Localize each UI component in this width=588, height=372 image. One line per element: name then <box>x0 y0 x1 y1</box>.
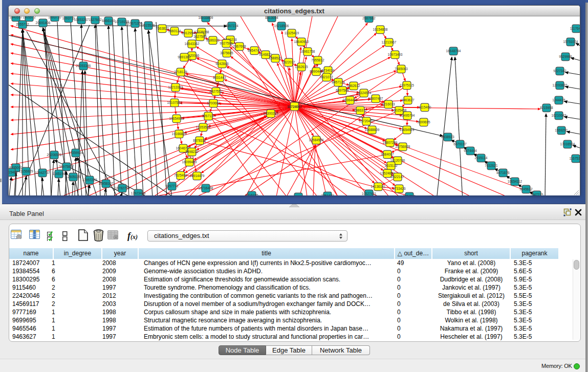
svg-text:8186323: 8186323 <box>206 38 220 42</box>
svg-text:3267110: 3267110 <box>202 114 215 118</box>
svg-text:9224511: 9224511 <box>403 194 416 195</box>
svg-text:14136141: 14136141 <box>371 185 386 188</box>
svg-text:20053346: 20053346 <box>76 64 91 68</box>
svg-text:16914479: 16914479 <box>190 174 205 178</box>
svg-text:9115460: 9115460 <box>419 105 431 109</box>
svg-text:7955812: 7955812 <box>311 58 324 62</box>
svg-text:8938923: 8938923 <box>441 135 454 139</box>
svg-text:10958107: 10958107 <box>99 182 114 185</box>
svg-text:1559291: 1559291 <box>555 128 568 132</box>
svg-text:17016504: 17016504 <box>560 142 575 146</box>
svg-text:9699695: 9699695 <box>417 120 430 124</box>
svg-text:18724007: 18724007 <box>287 105 302 108</box>
svg-text:5498222: 5498222 <box>185 150 199 154</box>
svg-text:1047215: 1047215 <box>530 193 543 195</box>
svg-text:10654112: 10654112 <box>508 180 522 183</box>
svg-text:20691406: 20691406 <box>36 21 51 25</box>
svg-text:3875685: 3875685 <box>220 51 233 55</box>
svg-text:2687682: 2687682 <box>362 16 376 20</box>
svg-text:8215958: 8215958 <box>540 106 553 110</box>
svg-text:7357224: 7357224 <box>225 24 238 28</box>
svg-text:17359924: 17359924 <box>69 151 83 155</box>
svg-text:2367608: 2367608 <box>233 45 246 48</box>
svg-text:11325419: 11325419 <box>285 31 299 35</box>
svg-text:1527602: 1527602 <box>89 18 102 21</box>
svg-text:16210643: 16210643 <box>552 114 567 117</box>
svg-text:1093710: 1093710 <box>48 16 61 19</box>
svg-text:15751074: 15751074 <box>563 40 578 43</box>
svg-text:8251121: 8251121 <box>292 195 305 195</box>
svg-text:9227342: 9227342 <box>553 69 567 73</box>
svg-text:9891362: 9891362 <box>178 55 191 59</box>
svg-text:1167533: 1167533 <box>570 157 580 160</box>
svg-text:12505135: 12505135 <box>66 175 81 179</box>
svg-text:3660124: 3660124 <box>168 29 181 33</box>
svg-text:23300215: 23300215 <box>264 112 278 115</box>
svg-text:7751432: 7751432 <box>321 194 334 195</box>
svg-text:1093711: 1093711 <box>62 16 75 20</box>
svg-text:10688609: 10688609 <box>365 128 380 132</box>
svg-text:1117643: 1117643 <box>570 27 580 30</box>
svg-text:13654923: 13654923 <box>400 128 415 132</box>
svg-text:16324514: 16324514 <box>357 91 372 95</box>
svg-text:11353594: 11353594 <box>196 125 211 129</box>
svg-text:13495794: 13495794 <box>400 114 415 117</box>
svg-text:1615132: 1615132 <box>384 164 398 167</box>
svg-text:9529966: 9529966 <box>559 55 572 58</box>
svg-text:9416155: 9416155 <box>245 193 258 195</box>
svg-text:9684067: 9684067 <box>381 152 394 156</box>
svg-text:8457124: 8457124 <box>332 80 345 84</box>
svg-text:8813054: 8813054 <box>265 16 278 19</box>
svg-text:2055712: 2055712 <box>16 23 29 26</box>
svg-text:8471676: 8471676 <box>496 171 510 174</box>
svg-text:17957223: 17957223 <box>82 178 97 182</box>
svg-text:8454749: 8454749 <box>248 49 261 52</box>
svg-text:10973493: 10973493 <box>388 53 403 56</box>
svg-text:10807487: 10807487 <box>368 97 383 100</box>
svg-text:8031443: 8031443 <box>213 76 226 79</box>
svg-text:7663822: 7663822 <box>156 27 169 30</box>
svg-text:10527411: 10527411 <box>362 192 377 195</box>
svg-text:11156829: 11156829 <box>19 169 33 173</box>
svg-text:12942737: 12942737 <box>35 171 50 174</box>
svg-text:12923448: 12923448 <box>131 191 146 195</box>
svg-text:9457771: 9457771 <box>165 184 179 188</box>
svg-text:2986372: 2986372 <box>354 108 367 112</box>
svg-text:3627509: 3627509 <box>193 35 207 38</box>
svg-text:1905572: 1905572 <box>23 16 36 19</box>
svg-text:9821072: 9821072 <box>320 75 333 79</box>
svg-text:16033809: 16033809 <box>199 16 213 19</box>
svg-text:2935114: 2935114 <box>475 156 488 160</box>
svg-text:8427552: 8427552 <box>209 90 223 93</box>
svg-text:8912954: 8912954 <box>182 31 195 35</box>
svg-text:12213967: 12213967 <box>382 40 397 44</box>
svg-text:13524851: 13524851 <box>380 171 395 175</box>
svg-text:18807249: 18807249 <box>383 141 398 144</box>
svg-text:1700662: 1700662 <box>207 101 220 105</box>
svg-text:16543362: 16543362 <box>185 42 200 46</box>
svg-text:15720407: 15720407 <box>359 119 374 123</box>
svg-text:3915482: 3915482 <box>9 170 18 174</box>
svg-text:20364436: 20364436 <box>343 98 358 102</box>
svg-text:6679197: 6679197 <box>453 142 467 146</box>
svg-text:16099489: 16099489 <box>182 160 197 164</box>
svg-text:12093822: 12093822 <box>553 83 568 87</box>
svg-text:7632621: 7632621 <box>485 164 498 167</box>
svg-text:7625402: 7625402 <box>174 173 187 177</box>
svg-text:9146821: 9146821 <box>259 53 272 56</box>
svg-text:16648784: 16648784 <box>446 49 461 53</box>
svg-text:6897568: 6897568 <box>336 89 349 92</box>
svg-text:7515526: 7515526 <box>142 24 155 27</box>
svg-text:9245612: 9245612 <box>519 187 533 191</box>
svg-text:1145194: 1145194 <box>53 172 66 176</box>
svg-text:16782759: 16782759 <box>115 186 130 190</box>
svg-text:2522147: 2522147 <box>391 175 404 179</box>
svg-text:1244415: 1244415 <box>552 98 565 102</box>
svg-text:11975115: 11975115 <box>400 83 414 87</box>
svg-text:10853267: 10853267 <box>74 18 89 21</box>
svg-text:16154808: 16154808 <box>373 28 388 31</box>
svg-text:10671355: 10671355 <box>128 21 143 25</box>
svg-text:1840557: 1840557 <box>9 16 23 19</box>
svg-text:12213363: 12213363 <box>168 85 183 89</box>
svg-text:1733426: 1733426 <box>393 187 406 190</box>
